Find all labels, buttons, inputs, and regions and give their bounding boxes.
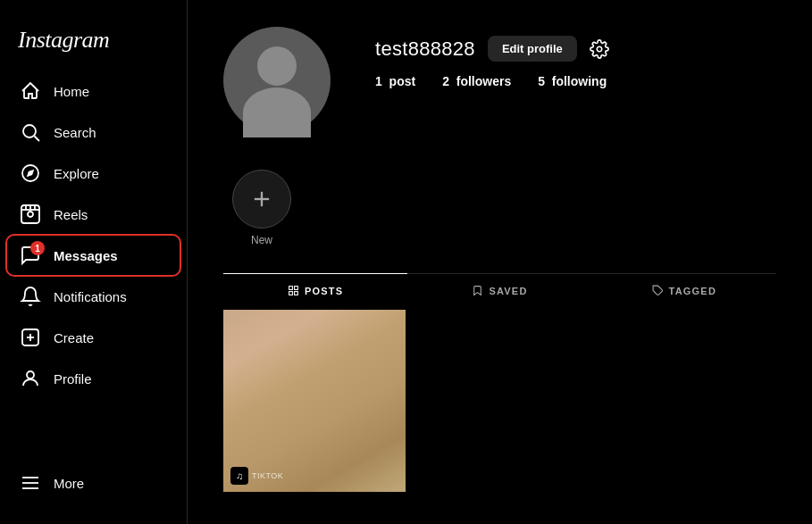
sidebar-item-search[interactable]: Search — [7, 112, 180, 152]
sidebar-item-profile-label: Profile — [54, 371, 92, 387]
sidebar-item-home[interactable]: Home — [7, 71, 180, 111]
svg-point-0 — [23, 125, 36, 137]
sidebar-item-explore[interactable]: Explore — [7, 154, 180, 193]
sidebar-item-more-label: More — [54, 476, 84, 491]
messages-icon: 1 — [20, 245, 41, 266]
posts-stat[interactable]: 1 post — [375, 74, 415, 88]
tag-icon — [652, 285, 664, 296]
tab-tagged[interactable]: TAGGED — [592, 273, 776, 307]
svg-rect-22 — [289, 292, 293, 295]
svg-point-5 — [28, 212, 33, 217]
bookmark-icon — [472, 285, 483, 296]
main-content: test888828 Edit profile 1 post 2 followe… — [188, 0, 812, 524]
tabs-row: POSTS SAVED TAGGED — [223, 273, 776, 307]
tiktok-text: TIKTOK — [252, 471, 283, 480]
messages-badge: 1 — [30, 241, 45, 255]
svg-point-17 — [597, 46, 602, 52]
home-icon — [20, 80, 41, 102]
nav-list: Home Search Explore — [0, 71, 187, 463]
tiktok-watermark: ♫ TIKTOK — [230, 467, 283, 485]
explore-icon — [20, 162, 41, 184]
sidebar-item-home-label: Home — [54, 84, 89, 99]
sidebar-item-notifications[interactable]: Notifications — [7, 277, 180, 316]
new-story-label: New — [251, 234, 272, 246]
posts-count: 1 — [375, 74, 382, 88]
posts-label: post — [389, 74, 416, 88]
sidebar-item-reels-label: Reels — [54, 207, 88, 222]
avatar — [223, 27, 331, 134]
avatar-body — [243, 87, 311, 134]
sidebar-item-reels[interactable]: Reels — [7, 195, 180, 234]
svg-rect-21 — [295, 287, 298, 290]
sidebar-item-create-label: Create — [54, 330, 94, 345]
profile-info: test888828 Edit profile 1 post 2 followe… — [375, 27, 609, 88]
following-count: 5 — [538, 74, 545, 88]
tab-posts-label: POSTS — [305, 286, 343, 296]
profile-top-row: test888828 Edit profile — [375, 36, 609, 62]
post-thumbnail[interactable]: ♫ TIKTOK — [223, 310, 406, 492]
stats-row: 1 post 2 followers 5 following — [375, 74, 609, 88]
followers-stat[interactable]: 2 followers — [442, 74, 511, 88]
following-label: following — [552, 74, 607, 88]
sidebar-item-search-label: Search — [54, 125, 96, 140]
tab-tagged-label: TAGGED — [669, 286, 716, 296]
following-stat[interactable]: 5 following — [538, 74, 607, 88]
svg-marker-3 — [27, 170, 34, 177]
profile-header: test888828 Edit profile 1 post 2 followe… — [223, 27, 776, 134]
tiktok-icon: ♫ — [230, 467, 248, 485]
tab-posts[interactable]: POSTS — [223, 273, 407, 307]
sidebar: Instagram Home Search — [0, 0, 188, 524]
create-icon — [20, 327, 41, 348]
grid-icon — [288, 285, 299, 296]
avatar-circle — [223, 27, 331, 134]
sidebar-item-messages[interactable]: 1 Messages — [7, 236, 180, 275]
followers-count: 2 — [442, 74, 449, 88]
new-story-circle — [232, 170, 291, 229]
profile-username: test888828 — [375, 37, 475, 61]
svg-rect-20 — [289, 287, 293, 290]
followers-label: followers — [456, 74, 511, 88]
svg-point-13 — [27, 371, 34, 378]
settings-button[interactable] — [590, 39, 609, 59]
sidebar-item-messages-label: Messages — [54, 248, 118, 263]
post-image — [223, 310, 406, 492]
sidebar-item-notifications-label: Notifications — [54, 289, 127, 304]
sidebar-bottom: More — [0, 463, 187, 510]
sidebar-item-explore-label: Explore — [54, 166, 99, 181]
posts-grid: ♫ TIKTOK — [223, 310, 776, 492]
new-story-button[interactable]: New — [232, 170, 291, 246]
notifications-icon — [20, 286, 41, 307]
reels-icon — [20, 204, 41, 225]
tab-saved[interactable]: SAVED — [407, 273, 591, 307]
edit-profile-button[interactable]: Edit profile — [488, 36, 577, 62]
avatar-head — [257, 46, 297, 86]
tab-saved-label: SAVED — [489, 286, 527, 296]
profile-icon — [20, 368, 41, 389]
search-icon — [20, 121, 41, 143]
stories-row: New — [232, 170, 776, 246]
more-icon — [20, 472, 41, 494]
svg-rect-23 — [295, 292, 298, 295]
svg-line-1 — [35, 137, 40, 142]
sidebar-item-profile[interactable]: Profile — [7, 359, 180, 398]
sidebar-item-create[interactable]: Create — [7, 318, 180, 357]
app-logo[interactable]: Instagram — [0, 14, 187, 71]
sidebar-item-more[interactable]: More — [7, 463, 180, 503]
